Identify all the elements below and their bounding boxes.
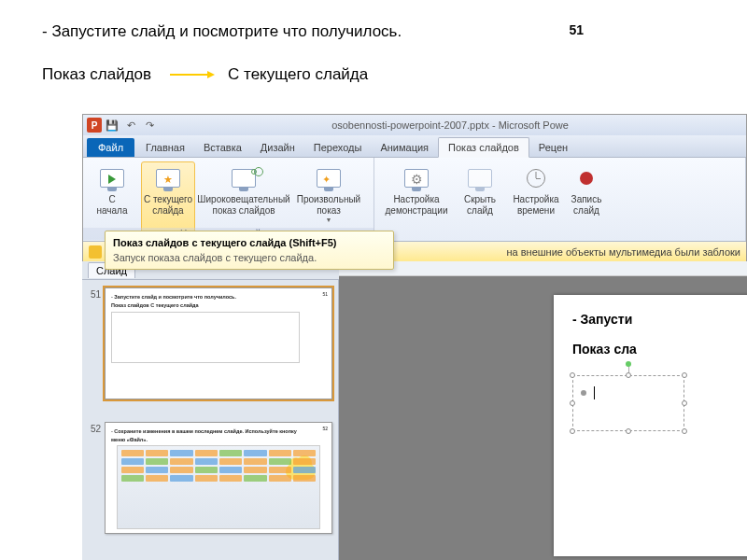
resize-handle[interactable] [570,372,575,378]
instruction-line-1: - Запустите слайд и посмотрите что получ… [42,22,710,41]
rehearse-timings-button[interactable]: Настройка времени [509,161,563,241]
tab-design[interactable]: Дизайн [251,138,304,157]
resize-handle[interactable] [682,400,687,406]
slide-text-line-2: Показ сла [572,342,747,357]
thumb-number-51: 51 [88,287,105,399]
hide-slide-button[interactable]: Скрыть слайд [453,161,507,241]
tab-animations[interactable]: Анимация [371,138,438,157]
title-bar: P 💾 ↶ ↷ osobennosti-powerpoint-2007.pptx… [83,115,746,135]
tooltip: Показ слайдов с текущего слайда (Shift+F… [105,231,394,270]
secbar-tail: на внешние объекты мультимедиа были забл… [507,246,741,258]
current-slide[interactable]: - Запусти Показ сла [554,295,747,556]
undo-button[interactable]: ↶ [122,117,139,133]
nav-from-label: Показ слайдов [42,65,151,84]
resize-handle[interactable] [570,428,575,434]
tab-review[interactable]: Рецен [529,138,577,157]
tooltip-title: Показ слайдов с текущего слайда (Shift+F… [113,237,386,248]
redo-button[interactable]: ↷ [141,117,158,133]
powerpoint-logo-icon[interactable]: P [87,118,102,133]
ribbon-tabs: Файл Главная Вставка Дизайн Переходы Ани… [83,135,746,158]
bullet-icon [581,390,586,396]
save-button[interactable]: 💾 [104,117,120,133]
nav-to-label: С текущего слайда [228,65,368,84]
resize-handle[interactable] [626,428,631,434]
thumb-slide-51[interactable]: 51 - Запустите слайд и посмотрите что по… [105,287,332,399]
arrow-right-icon [170,74,209,76]
tab-home[interactable]: Главная [136,138,194,157]
slide-text-line-1: - Запусти [572,312,747,327]
shield-icon [89,245,102,259]
slide-thumbnails-panel: 51 51 - Запустите слайд и посмотрите что… [82,280,339,560]
slide-editor-area: - Запусти Показ сла [339,261,747,560]
tab-file[interactable]: Файл [87,138,134,157]
chevron-down-icon: ▼ [326,217,332,224]
thumb-slide-52[interactable]: 52 - Сохраните изменения в вашем последн… [105,422,332,534]
resize-handle[interactable] [570,400,575,406]
content-placeholder[interactable] [572,375,684,431]
horizontal-ruler [339,261,747,276]
window-title: osobennosti-powerpoint-2007.pptx - Micro… [158,119,742,131]
text-cursor [594,386,595,399]
rotate-handle-icon[interactable] [626,361,631,367]
ribbon: С начала ★ С текущего слайда Широковещат… [83,158,746,242]
setup-slideshow-button[interactable]: ⚙ Настройка демонстрации [382,161,451,241]
tab-slideshow[interactable]: Показ слайдов [438,137,529,158]
tooltip-body: Запуск показа слайдов с текущего слайда. [113,252,386,263]
resize-handle[interactable] [626,372,631,378]
instruction-page-number: 51 [569,22,584,37]
resize-handle[interactable] [682,372,687,378]
tab-insert[interactable]: Вставка [194,138,251,157]
tab-transitions[interactable]: Переходы [304,138,372,157]
record-slideshow-button[interactable]: Запись слайд [565,161,608,241]
resize-handle[interactable] [682,428,687,434]
thumb-number-52: 52 [88,422,105,534]
